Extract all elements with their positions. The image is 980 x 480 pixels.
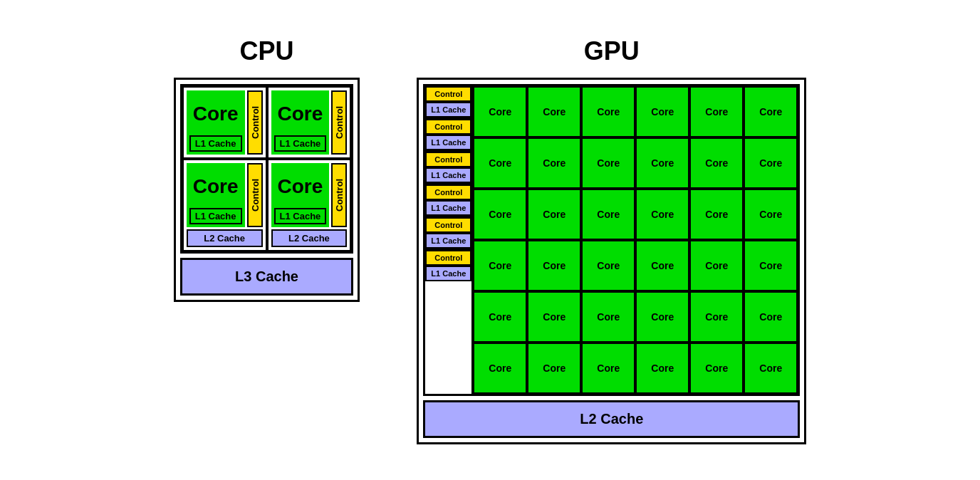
- gpu-row-0-l1: L1 Cache: [425, 102, 471, 118]
- cpu-outer-box: Core L1 Cache Control Core L1 Cache Cont…: [174, 78, 360, 302]
- gpu-core-4-3: Core: [635, 291, 689, 343]
- gpu-core-2-3: Core: [635, 189, 689, 240]
- cpu-core-3-main: Core L1 Cache: [271, 163, 330, 227]
- gpu-core-0-0: Core: [473, 86, 527, 137]
- cpu-core-2-l2: L2 Cache: [187, 229, 263, 247]
- gpu-core-5-3: Core: [635, 343, 689, 394]
- gpu-core-4-2: Core: [581, 291, 635, 343]
- gpu-row-2-l1: L1 Cache: [425, 167, 471, 183]
- gpu-core-2-4: Core: [689, 189, 744, 240]
- cpu-core-0-inner: Core L1 Cache Control: [187, 90, 263, 155]
- diagrams-container: CPU Core L1 Cache Control: [145, 22, 835, 459]
- gpu-core-0-2: Core: [581, 86, 635, 137]
- cpu-core-1-inner: Core L1 Cache Control: [271, 90, 348, 155]
- gpu-core-2-5: Core: [744, 189, 798, 240]
- cpu-core-3: Core L1 Cache Control L2 Cache: [267, 159, 352, 251]
- cpu-core-3-l1: L1 Cache: [274, 208, 327, 224]
- gpu-core-3-3: Core: [635, 240, 689, 291]
- gpu-core-5-1: Core: [527, 343, 581, 394]
- cpu-section: CPU Core L1 Cache Control: [174, 36, 360, 302]
- gpu-row-4-left: Control L1 Cache: [425, 217, 471, 250]
- gpu-core-3-5: Core: [744, 240, 798, 291]
- cpu-core-1-l1: L1 Cache: [274, 135, 327, 152]
- gpu-core-2-0: Core: [473, 189, 527, 240]
- gpu-core-1-3: Core: [635, 137, 689, 189]
- gpu-row-2-control: Control: [425, 152, 471, 167]
- gpu-row-5-control: Control: [425, 250, 471, 266]
- gpu-row-3-l1: L1 Cache: [425, 200, 471, 216]
- cpu-cores-grid: Core L1 Cache Control Core L1 Cache Cont…: [180, 84, 354, 254]
- gpu-core-0-3: Core: [635, 86, 689, 137]
- cpu-core-1-control: Control: [331, 90, 347, 155]
- gpu-core-3-0: Core: [473, 240, 527, 291]
- cpu-core-3-label: Core: [274, 166, 327, 208]
- gpu-core-0-1: Core: [527, 86, 581, 137]
- gpu-core-5-4: Core: [689, 343, 744, 394]
- cpu-core-2-control: Control: [247, 163, 263, 227]
- gpu-row-0-control: Control: [425, 86, 471, 102]
- gpu-core-2-2: Core: [581, 189, 635, 240]
- gpu-core-1-5: Core: [744, 137, 798, 189]
- gpu-row-1-control: Control: [425, 119, 471, 135]
- cpu-core-2-main: Core L1 Cache: [187, 163, 245, 227]
- cpu-l3-cache: L3 Cache: [180, 258, 354, 296]
- cpu-core-0-control: Control: [247, 90, 263, 155]
- gpu-core-0-5: Core: [744, 86, 798, 137]
- gpu-core-3-4: Core: [689, 240, 744, 291]
- cpu-core-1: Core L1 Cache Control: [267, 86, 352, 159]
- gpu-l2-cache: L2 Cache: [423, 400, 800, 438]
- cpu-core-3-control: Control: [331, 163, 347, 227]
- cpu-core-2-label: Core: [189, 166, 242, 208]
- gpu-core-1-2: Core: [581, 137, 635, 189]
- gpu-inner-grid: Control L1 Cache Control L1 Cache Contro…: [423, 84, 800, 396]
- gpu-core-1-4: Core: [689, 137, 744, 189]
- gpu-core-1-1: Core: [527, 137, 581, 189]
- cpu-core-0-l1: L1 Cache: [189, 135, 242, 152]
- gpu-row-3-left: Control L1 Cache: [425, 184, 471, 217]
- cpu-core-0: Core L1 Cache Control: [182, 86, 267, 159]
- gpu-row-1-left: Control L1 Cache: [425, 119, 471, 152]
- gpu-core-5-5: Core: [744, 343, 798, 394]
- gpu-row-1-l1: L1 Cache: [425, 135, 471, 150]
- gpu-core-2-1: Core: [527, 189, 581, 240]
- gpu-core-4-5: Core: [744, 291, 798, 343]
- gpu-core-4-0: Core: [473, 291, 527, 343]
- gpu-core-4-1: Core: [527, 291, 581, 343]
- gpu-title: GPU: [584, 36, 640, 66]
- gpu-row-0-left: Control L1 Cache: [425, 86, 471, 119]
- cpu-core-0-main: Core L1 Cache: [187, 90, 245, 155]
- cpu-core-1-label: Core: [274, 93, 327, 135]
- gpu-cores-grid: Core Core Core Core Core Core Core Core …: [473, 86, 798, 394]
- gpu-row-2-left: Control L1 Cache: [425, 152, 471, 184]
- cpu-core-2: Core L1 Cache Control L2 Cache: [182, 159, 267, 251]
- cpu-core-2-l1: L1 Cache: [189, 208, 242, 224]
- gpu-row-5-left: Control L1 Cache: [425, 250, 471, 281]
- gpu-left-col: Control L1 Cache Control L1 Cache Contro…: [425, 86, 473, 394]
- gpu-core-3-1: Core: [527, 240, 581, 291]
- cpu-core-0-label: Core: [189, 93, 242, 135]
- gpu-core-4-4: Core: [689, 291, 744, 343]
- cpu-core-3-inner: Core L1 Cache Control: [271, 163, 348, 227]
- gpu-section: GPU Control L1 Cache Control L1 Cache: [417, 36, 806, 444]
- gpu-row-4-l1: L1 Cache: [425, 233, 471, 249]
- gpu-core-0-4: Core: [689, 86, 744, 137]
- gpu-row-3-control: Control: [425, 184, 471, 200]
- gpu-core-5-0: Core: [473, 343, 527, 394]
- cpu-core-2-inner: Core L1 Cache Control: [187, 163, 263, 227]
- cpu-core-3-l2: L2 Cache: [271, 229, 348, 247]
- cpu-title: CPU: [240, 36, 294, 66]
- gpu-row-4-control: Control: [425, 217, 471, 233]
- gpu-outer-box: Control L1 Cache Control L1 Cache Contro…: [417, 78, 806, 444]
- gpu-row-5-l1: L1 Cache: [425, 266, 471, 281]
- gpu-core-5-2: Core: [581, 343, 635, 394]
- gpu-core-1-0: Core: [473, 137, 527, 189]
- gpu-core-3-2: Core: [581, 240, 635, 291]
- cpu-core-1-main: Core L1 Cache: [271, 90, 330, 155]
